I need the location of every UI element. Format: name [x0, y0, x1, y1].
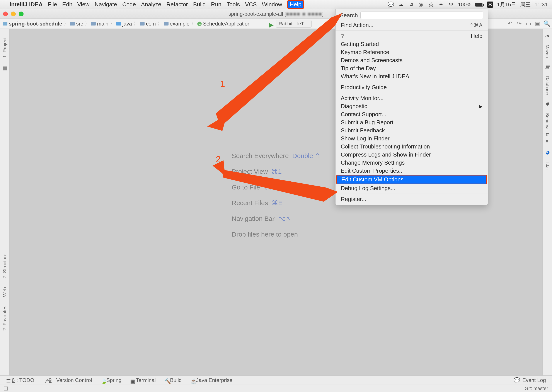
popup-item-label: Edit Custom Properties... [341, 168, 404, 174]
popup-item-getting-started[interactable]: Getting Started [335, 40, 488, 48]
crumb-main[interactable]: main [90, 21, 110, 27]
right-stripe-bean[interactable]: Bean Validation [545, 113, 550, 143]
popup-search-label: Search [340, 12, 358, 19]
popup-item-contact-support-[interactable]: Contact Support... [335, 110, 488, 118]
popup-item-label: Collect Troubleshooting Information [341, 143, 430, 150]
undo-icon[interactable]: ↶ [507, 21, 513, 27]
menu-refactor[interactable]: Refactor [167, 1, 188, 8]
crumb-scheduleapplication[interactable]: CScheduleApplication [196, 21, 252, 27]
crumb-label: ScheduleApplication [203, 21, 251, 27]
event-log-icon[interactable]: 💬 [514, 377, 520, 383]
left-stripe-project[interactable]: 1: Project [2, 37, 8, 58]
left-stripe-favorites[interactable]: 2: Favorites [2, 306, 8, 331]
popup-item-productivity-guide[interactable]: Productivity Guide [335, 83, 488, 91]
popup-item-submit-feedback-[interactable]: Submit Feedback... [335, 126, 488, 134]
popup-separator [335, 82, 488, 82]
crumb-com[interactable]: com [139, 21, 157, 27]
popup-item-find-action-[interactable]: Find Action...⇧⌘A [335, 21, 488, 29]
app-name[interactable]: IntelliJ IDEA [10, 1, 43, 8]
event-log-button[interactable]: Event Log [522, 377, 546, 383]
weekday-text: 周三 [520, 1, 531, 8]
bottom-tool-build[interactable]: 🔨Build [164, 377, 182, 383]
popup-item-submit-a-bug-report-[interactable]: Submit a Bug Report... [335, 118, 488, 126]
popup-item-edit-custom-properties-[interactable]: Edit Custom Properties... [335, 167, 488, 175]
maximize-window-button[interactable] [19, 12, 24, 16]
bottom-tool-java-enterprise[interactable]: ☕Java Enterprise [190, 377, 232, 383]
popup-search-input[interactable] [360, 12, 483, 19]
bottom-tool-icon: 🔨 [164, 378, 168, 382]
popup-item-demos-and-screencasts[interactable]: Demos and Screencasts [335, 56, 488, 64]
database-icon[interactable]: ▤ [545, 64, 549, 70]
popup-item-label: Keymap Reference [341, 49, 389, 56]
maven-icon[interactable]: m [545, 33, 549, 38]
popup-item-help[interactable]: Help [335, 32, 488, 40]
popup-item-change-memory-settings[interactable]: Change Memory Settings [335, 159, 488, 167]
search-icon[interactable]: 🔍 [544, 21, 550, 27]
git-branch-label[interactable]: Git: master [524, 386, 548, 391]
popup-item-label: Edit Custom VM Options... [341, 176, 408, 183]
popup-item-keymap-reference[interactable]: Keymap Reference [335, 48, 488, 56]
bottom-tool--todo[interactable]: ☰6: TODO [6, 377, 34, 383]
right-stripe-ljar[interactable]: LJar [545, 161, 550, 170]
left-stripe-web[interactable]: Web [2, 287, 8, 297]
presentation-icon[interactable]: ▣ [535, 21, 541, 27]
bottom-tool-icon: ☰ [6, 378, 10, 382]
wechat-icon[interactable]: ☁ [398, 1, 404, 8]
close-window-button[interactable] [3, 12, 8, 16]
popup-item-collect-troubleshooting-information[interactable]: Collect Troubleshooting Information [335, 143, 488, 151]
menu-build[interactable]: Build [193, 1, 206, 8]
menu-analyze[interactable]: Analyze [141, 1, 161, 8]
menu-view[interactable]: View [77, 1, 89, 8]
menu-help[interactable]: Help [287, 0, 304, 9]
menu-file[interactable]: File [48, 1, 57, 8]
mac-menu-bar: IntelliJ IDEA File Edit View Navigate Co… [0, 0, 552, 9]
menu-window[interactable]: Window [262, 1, 282, 8]
app-icon[interactable]: ◎ [418, 1, 424, 8]
run-icon[interactable]: ▶ [269, 21, 274, 26]
popup-item-register-[interactable]: Register... [335, 195, 488, 203]
bottom-tool--version-control[interactable]: ⎇9: Version Control [43, 377, 92, 383]
popup-item-tip-of-the-day[interactable]: Tip of the Day [335, 64, 488, 72]
display-icon[interactable]: 🖥 [408, 1, 414, 8]
right-stripe-maven[interactable]: Maven [545, 45, 550, 58]
s-icon[interactable]: S [487, 1, 493, 8]
welcome-label: Navigation Bar [232, 215, 275, 222]
chat-icon[interactable]: 💬 [388, 1, 394, 8]
bean-icon[interactable]: ❃ [545, 101, 549, 107]
crumb-spring-boot-schedule[interactable]: spring-boot-schedule [1, 21, 63, 27]
bottom-tool-spring[interactable]: 🍃Spring [101, 377, 121, 383]
right-stripe-database[interactable]: Database [545, 76, 550, 95]
status-box-icon[interactable] [4, 386, 8, 391]
layout-icon[interactable]: ▭ [525, 21, 531, 27]
redo-icon[interactable]: ↷ [516, 21, 522, 27]
menu-code[interactable]: Code [122, 1, 136, 8]
menu-tools[interactable]: Tools [226, 1, 240, 8]
popup-item-compress-logs-and-show-in-finder[interactable]: Compress Logs and Show in Finder [335, 151, 488, 159]
menu-edit[interactable]: Edit [62, 1, 72, 8]
welcome-shortcut: ⌘1 [270, 168, 282, 175]
editor-tab[interactable]: Rabbit…leT… [276, 20, 312, 28]
menu-navigate[interactable]: Navigate [95, 1, 117, 8]
left-stripe-structure[interactable]: 7: Structure [2, 253, 8, 278]
popup-item-activity-monitor-[interactable]: Activity Monitor... [335, 94, 488, 102]
popup-item-label: Submit Feedback... [341, 127, 390, 134]
menu-vcs[interactable]: VCS [245, 1, 257, 8]
welcome-label: Drop files here to open [232, 231, 298, 238]
bluetooth-icon[interactable]: ✴ [438, 1, 444, 8]
popup-item-show-log-in-finder[interactable]: Show Log in Finder [335, 134, 488, 143]
popup-item-edit-custom-vm-options-[interactable]: Edit Custom VM Options... [336, 175, 487, 184]
popup-item-what-s-new-in-intellij-idea[interactable]: What's New in IntelliJ IDEA [335, 72, 488, 80]
minimize-window-button[interactable] [11, 12, 16, 16]
folder-icon [91, 22, 96, 26]
bottom-tool-terminal[interactable]: ▣Terminal [130, 377, 156, 383]
crumb-example[interactable]: example [162, 21, 191, 27]
popup-item-debug-log-settings-[interactable]: Debug Log Settings... [335, 184, 488, 192]
ime-icon[interactable]: 英 [428, 1, 434, 8]
popup-item-diagnostic[interactable]: Diagnostic▶ [335, 102, 488, 110]
wifi-icon[interactable] [448, 1, 454, 8]
crumb-java[interactable]: java [115, 21, 133, 27]
crumb-src[interactable]: src [69, 21, 84, 27]
chevron-icon: 〉 [64, 21, 68, 27]
ljar-icon[interactable]: ◕ [545, 150, 549, 155]
menu-run[interactable]: Run [211, 1, 222, 8]
